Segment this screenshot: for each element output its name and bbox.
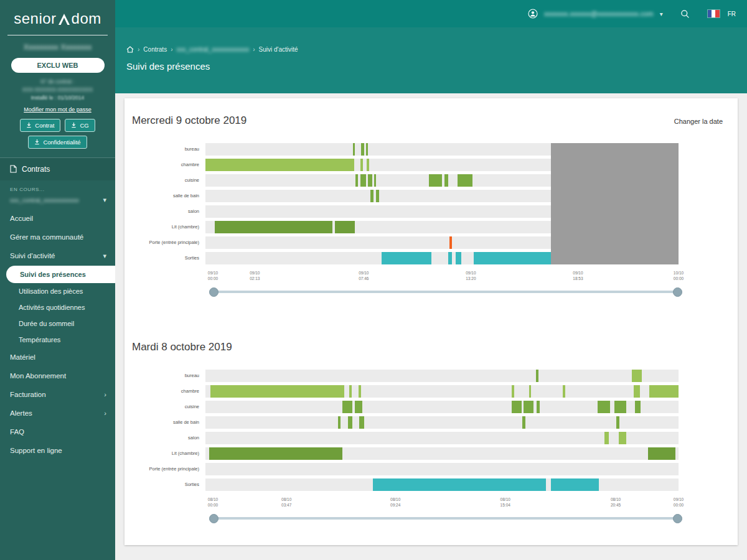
slider-track xyxy=(213,291,679,293)
sidebar-item-utilisation-des-pie-ces[interactable]: Utilisation des pièces xyxy=(0,283,115,299)
search-icon[interactable] xyxy=(680,9,690,19)
activity-segment xyxy=(376,190,379,202)
tick-time: 00:00 xyxy=(674,502,684,508)
future-overlay xyxy=(551,143,679,264)
chart-section-0: Mercredi 9 octobre 2019Changer la datebu… xyxy=(125,98,738,296)
row-label: salon xyxy=(125,205,205,218)
chevron-down-icon[interactable]: ▾ xyxy=(660,11,663,17)
exclu-web-button[interactable]: EXCLU WEB xyxy=(11,58,105,73)
breadcrumb-contract[interactable]: xxx_contrat_xxxxxxxxxxxx xyxy=(176,46,249,53)
plot-area xyxy=(205,143,679,268)
time-range-slider[interactable] xyxy=(213,287,679,296)
sidebar-item-tempe-ratures[interactable]: Températures xyxy=(0,332,115,348)
tick-time: 07:46 xyxy=(359,276,369,281)
slider-handle-left[interactable] xyxy=(209,287,218,297)
activity-segment xyxy=(474,252,551,264)
row-track xyxy=(205,370,679,382)
activity-segment xyxy=(616,416,619,429)
sidebar-item-mate-riel[interactable]: Matériel xyxy=(0,348,115,366)
tick-time: 15:04 xyxy=(500,502,510,508)
change-date-link[interactable]: Changer la date xyxy=(674,118,723,125)
tick-date: 08/10 xyxy=(500,497,510,502)
main-area: xxxxxxx.xxxxxx@xxxxxxxxxxxx.com ▾ FR › C… xyxy=(115,0,747,560)
tick-date: 09/10 xyxy=(359,270,369,276)
user-icon xyxy=(528,9,538,19)
contrat-download-button[interactable]: Contrat xyxy=(20,119,60,132)
activity-segment xyxy=(632,370,642,382)
user-email[interactable]: xxxxxxx.xxxxxx@xxxxxxxxxxxx.com xyxy=(544,10,654,17)
breadcrumb-separator: › xyxy=(253,46,255,53)
tick-date: 08/10 xyxy=(281,497,291,502)
row-labels: bureauchambrecuisinesalle de bainsalonLi… xyxy=(125,143,205,268)
breadcrumb-separator: › xyxy=(171,46,172,53)
axis-tick: 09/1007:46 xyxy=(359,270,369,281)
time-range-slider[interactable] xyxy=(213,514,679,523)
tick-date: 09/10 xyxy=(674,497,684,502)
breadcrumb-contrats[interactable]: Contrats xyxy=(143,46,167,53)
activity-segment xyxy=(209,447,342,460)
sidebar-item-mon-abonnement[interactable]: Mon Abonnement xyxy=(0,366,115,385)
activity-segment xyxy=(355,401,362,413)
contract-info: N° de contrat : XXX-XXXXXX-XXXXXXXXXX In… xyxy=(0,78,115,103)
sidebar-item-alertes[interactable]: Alertes› xyxy=(0,404,115,422)
language-label[interactable]: FR xyxy=(728,11,736,17)
activity-segment xyxy=(374,174,377,187)
row-label: salle de bain xyxy=(125,416,205,429)
activity-segment xyxy=(335,221,355,233)
row-track xyxy=(205,416,679,429)
sidebar-item-label: Gérer ma communauté xyxy=(10,233,83,241)
slider-handle-right[interactable] xyxy=(673,514,682,523)
logo-text-senior: senior xyxy=(14,10,56,27)
time-axis: 09/1000:0009/1002:1309/1007:4609/1013:20… xyxy=(213,269,679,282)
sidebar-item-faq[interactable]: FAQ xyxy=(0,422,115,441)
sidebar-item-ge-rer-ma-communaute[interactable]: Gérer ma communauté xyxy=(0,228,115,246)
tick-time: 13:20 xyxy=(466,276,476,281)
row-label: Lit (chambre) xyxy=(125,221,205,233)
page-header: › Contrats › xxx_contrat_xxxxxxxxxxxx › … xyxy=(115,27,747,93)
activity-segment xyxy=(456,252,461,264)
tick-date: 10/10 xyxy=(674,270,684,276)
activity-segment xyxy=(614,401,626,413)
activity-segment xyxy=(368,174,372,187)
activity-segment xyxy=(205,159,354,171)
cg-download-button[interactable]: CG xyxy=(65,119,95,132)
sidebar-item-label: Durée du sommeil xyxy=(19,320,74,327)
change-password-link[interactable]: Modifier mon mot de passe xyxy=(0,106,115,113)
sidebar-item-dure-e-du-sommeil[interactable]: Durée du sommeil xyxy=(0,315,115,332)
sidebar-item-facturation[interactable]: Facturation› xyxy=(0,385,115,404)
section-header: Mercredi 9 octobre 2019Changer la date xyxy=(125,98,738,127)
sidebar-item-activite-s-quotidiennes[interactable]: Activités quotidiennes xyxy=(0,299,115,315)
chevron-right-icon: › xyxy=(104,409,106,417)
row-label: bureau xyxy=(125,370,205,382)
home-icon[interactable] xyxy=(126,46,134,53)
chart-date-title: Mercredi 9 octobre 2019 xyxy=(132,114,247,127)
activity-segment xyxy=(512,385,514,398)
sidebar-item-accueil[interactable]: Accueil xyxy=(0,209,115,228)
contract-selector[interactable]: xxx_contrat_xxxxxxxxxxxx ▾ xyxy=(0,194,115,209)
breadcrumb: › Contrats › xxx_contrat_xxxxxxxxxxxx › … xyxy=(126,27,747,53)
confidentiality-download-button[interactable]: Confidentialité xyxy=(28,136,87,149)
row-label: chambre xyxy=(125,159,205,171)
activity-segment xyxy=(648,447,675,460)
row-track xyxy=(205,463,679,475)
activity-segment xyxy=(338,416,341,429)
sidebar-item-support-en-ligne[interactable]: Support en ligne xyxy=(0,441,115,460)
axis-tick: 09/1018:53 xyxy=(573,270,583,281)
activity-segment xyxy=(551,478,599,491)
sidebar-item-suivi-d-activite[interactable]: Suivi d'activité▾ xyxy=(0,246,115,266)
tick-time: 00:00 xyxy=(208,502,218,508)
sidebar-item-suivi-des-pre-sences[interactable]: Suivi des présences xyxy=(6,266,115,283)
french-flag-icon[interactable] xyxy=(707,9,720,18)
slider-handle-right[interactable] xyxy=(673,287,682,297)
activity-segment xyxy=(524,401,533,413)
document-icon xyxy=(10,165,17,173)
slider-handle-left[interactable] xyxy=(209,514,218,523)
sidebar-item-contrats[interactable]: Contrats xyxy=(0,158,115,180)
activity-segment xyxy=(604,432,609,444)
tick-time: 00:00 xyxy=(208,276,218,281)
activity-segment xyxy=(429,174,442,187)
activity-segment xyxy=(536,370,538,382)
timeline-chart: bureauchambrecuisinesalle de bainsalonLi… xyxy=(125,370,738,494)
activity-segment xyxy=(359,416,364,429)
tick-date: 09/10 xyxy=(208,270,218,276)
